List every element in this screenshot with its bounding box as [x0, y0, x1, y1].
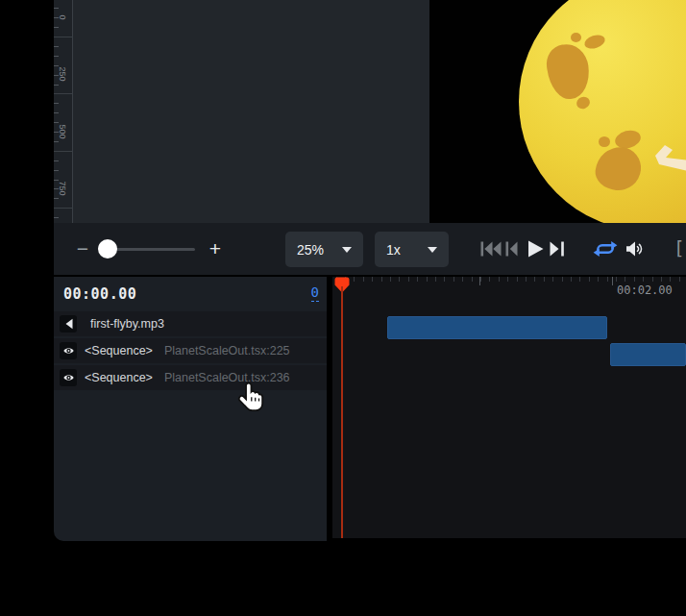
ruler-time-label: 00:02.00 [617, 283, 673, 297]
timeline-tick [571, 277, 572, 282]
timeline-tick [517, 277, 518, 282]
ruler-tick [54, 46, 59, 47]
zoom-slider-handle[interactable] [98, 239, 117, 259]
timeline-tick [480, 277, 481, 282]
chevron-down-icon [342, 247, 352, 253]
timeline-tick [652, 277, 653, 282]
timeline-tick [589, 277, 590, 282]
zoom-in-button[interactable]: + [203, 235, 228, 262]
video-composition [429, 0, 686, 223]
timeline-tick [544, 277, 545, 282]
ruler-label: 0 [58, 3, 67, 32]
planet-flag-graphic [652, 142, 686, 177]
ruler-tick [54, 56, 59, 57]
current-frame-link[interactable]: 0 [311, 284, 319, 302]
timeline-tick [507, 277, 508, 282]
ruler-tick [54, 217, 59, 218]
volume-button[interactable] [625, 223, 644, 275]
ruler-tick [54, 112, 59, 113]
timeline-tick [679, 277, 680, 282]
current-timecode: 00:00.00 [63, 285, 136, 303]
ruler-tick [54, 151, 72, 152]
timeline-tick [526, 277, 527, 282]
timeline-tick [381, 277, 382, 282]
vertical-ruler: 0250500750 [54, 0, 73, 223]
timeline-tick [472, 277, 473, 282]
loop-toggle-button[interactable] [593, 223, 618, 275]
timeline-track-panel: 00:00.00 0 first-flyby.mp3<Sequence>Plan… [54, 277, 327, 541]
ruler-label: 750 [58, 174, 67, 203]
preview-canvas: 0250500750 [54, 0, 686, 223]
ruler-tick [54, 103, 59, 104]
previous-frame-icon [505, 241, 518, 257]
timeline-tick [462, 277, 463, 282]
track-source-ref: PlanetScaleOut.tsx:236 [164, 371, 290, 384]
ruler-tick [54, 208, 72, 209]
eye-icon[interactable] [60, 369, 77, 386]
eye-icon[interactable] [60, 342, 77, 359]
timeline-tick [562, 277, 563, 282]
timeline-tick [598, 277, 599, 282]
timeline-clip[interactable] [387, 316, 607, 339]
previous-frame-button[interactable] [505, 223, 518, 275]
timeline-tick [372, 277, 373, 282]
timeline-lanes[interactable]: 00:02.00 [332, 277, 686, 538]
skip-to-start-button[interactable] [480, 223, 502, 275]
next-frame-button[interactable] [550, 223, 565, 275]
ruler-label: 500 [58, 117, 67, 146]
playback-rate-dropdown[interactable]: 1x [375, 232, 449, 267]
track-name: <Sequence> [85, 371, 153, 384]
ruler-tick [54, 170, 59, 171]
zoom-level-dropdown[interactable]: 25% [285, 232, 363, 267]
play-icon [527, 240, 544, 258]
timeline-tick [643, 277, 644, 282]
ruler-label: 250 [58, 60, 67, 88]
timeline-tick [453, 277, 454, 282]
timeline-tick [399, 277, 400, 282]
playback-toolbar: − + 25% 1x [54, 223, 686, 275]
track-name: <Sequence> [85, 344, 153, 357]
zoom-level-value: 25% [297, 242, 324, 258]
playhead-line [341, 286, 343, 538]
track-row[interactable]: <Sequence>PlanetScaleOut.tsx:225 [54, 338, 327, 363]
chevron-down-icon [428, 247, 437, 253]
timeline-tick [534, 277, 535, 282]
track-row[interactable]: first-flyby.mp3 [54, 311, 327, 336]
timeline-clip[interactable] [610, 343, 686, 366]
timeline-tick [390, 277, 391, 282]
speaker-icon[interactable] [60, 315, 77, 333]
volume-icon [625, 240, 644, 258]
remotion-studio: 0250500750 − + 25% 1x [0, 0, 686, 616]
track-row[interactable]: <Sequence>PlanetScaleOut.tsx:236 [54, 365, 327, 390]
timeline-tick [444, 277, 445, 282]
timeline-tick [661, 277, 662, 282]
play-button[interactable] [527, 223, 544, 275]
zoom-out-button[interactable]: − [70, 235, 95, 262]
planet-crater [599, 136, 610, 147]
timeline-tick [634, 277, 635, 282]
timeline-tick [616, 277, 617, 282]
timeline-tick [552, 277, 553, 282]
timeline-tick [417, 277, 418, 282]
next-frame-icon [550, 241, 565, 257]
track-name: first-flyby.mp3 [90, 317, 164, 331]
planet-graphic [519, 0, 686, 223]
timeline-tick [435, 277, 436, 282]
timeline-tick-major [479, 277, 480, 285]
timeline-tick [354, 277, 355, 282]
hand-cursor [235, 382, 266, 414]
timeline-tick [499, 277, 500, 282]
timeline-tick [670, 277, 671, 282]
timeline-tick [579, 277, 580, 282]
timeline-tick [363, 277, 364, 282]
ruler-tick [54, 93, 72, 94]
loop-icon [593, 239, 618, 259]
planet-crater [571, 33, 581, 42]
fullscreen-icon[interactable]: [ [674, 237, 684, 259]
timeline-tick [625, 277, 625, 282]
playback-rate-value: 1x [386, 242, 401, 258]
ruler-tick [54, 160, 59, 161]
ruler-tick [54, 37, 72, 37]
timeline-tick-major [612, 277, 613, 285]
skip-to-start-icon [480, 241, 502, 257]
